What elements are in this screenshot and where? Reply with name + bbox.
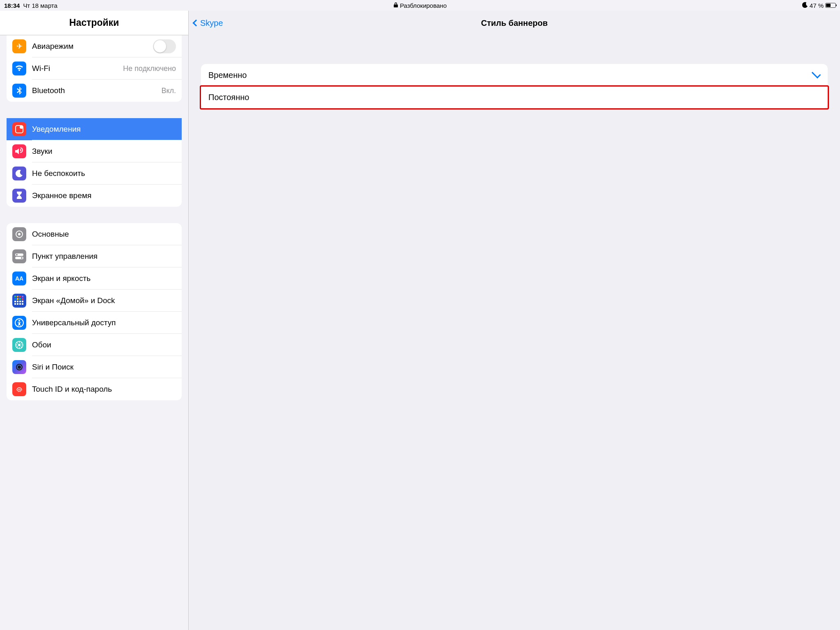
moon-icon [12, 167, 26, 180]
lock-icon [393, 2, 398, 9]
detail-navbar: Skype Стиль баннеров [189, 11, 521, 35]
notifications-icon [12, 122, 26, 136]
row-label: Экран «Домой» и Dock [32, 296, 176, 305]
row-label: Обои [32, 340, 176, 349]
wifi-icon [12, 62, 26, 75]
row-airplane[interactable]: ✈ Авиарежим [7, 35, 182, 57]
row-accessibility[interactable]: Универсальный доступ [7, 312, 182, 334]
row-dnd[interactable]: Не беспокоить [7, 162, 182, 185]
settings-group-general: Основные Пункт управления AA Экран и ярк… [7, 223, 182, 390]
row-label: Пункт управления [32, 252, 176, 261]
row-siri[interactable]: Siri и Поиск [7, 356, 182, 378]
hourglass-icon [12, 189, 26, 203]
status-lock-label: Разблокировано [400, 2, 447, 9]
settings-sidebar: Настройки ✈ Авиарежим Wi-Fi Не подключен… [0, 11, 189, 390]
airplane-icon: ✈ [12, 39, 26, 53]
accessibility-icon [12, 316, 26, 330]
row-label: Не беспокоить [32, 169, 176, 178]
svg-point-9 [18, 320, 20, 322]
detail-pane: Skype Стиль баннеров Временно Постоянно [189, 11, 521, 390]
toggles-icon [12, 249, 26, 263]
wallpaper-icon [12, 338, 26, 352]
chevron-left-icon [193, 20, 200, 27]
row-label: Экранное время [32, 191, 176, 200]
settings-group-notifications: Уведомления Звуки Не беспокоить Экранное… [7, 118, 182, 207]
option-label: Постоянно [208, 93, 521, 102]
row-screentime[interactable]: Экранное время [7, 185, 182, 207]
row-detail: Вкл. [161, 87, 176, 95]
row-label: Siri и Поиск [32, 363, 176, 372]
row-wifi[interactable]: Wi-Fi Не подключено [7, 57, 182, 80]
row-label: Wi-Fi [32, 64, 123, 73]
option-temporary[interactable]: Временно [201, 64, 521, 86]
row-controlcenter[interactable]: Пункт управления [7, 245, 182, 267]
row-label: Уведомления [32, 125, 176, 134]
row-touchid[interactable]: Touch ID и код-пароль [7, 378, 182, 390]
row-detail: Не подключено [123, 64, 176, 73]
sounds-icon [12, 144, 26, 158]
settings-group-connectivity: ✈ Авиарежим Wi-Fi Не подключено Bluetoot… [7, 35, 182, 102]
bluetooth-icon [12, 84, 26, 98]
banner-style-options: Временно Постоянно [201, 64, 521, 108]
row-label: Экран и яркость [32, 274, 176, 283]
svg-point-5 [16, 254, 18, 256]
detail-title: Стиль баннеров [481, 18, 521, 28]
row-label: Авиарежим [32, 42, 153, 51]
svg-point-1 [20, 126, 23, 129]
siri-icon [12, 360, 26, 374]
svg-point-3 [18, 233, 21, 235]
row-bluetooth[interactable]: Bluetooth Вкл. [7, 80, 182, 102]
back-button[interactable]: Skype [194, 18, 223, 28]
fingerprint-icon [12, 382, 26, 390]
row-sounds[interactable]: Звуки [7, 140, 182, 162]
row-label: Основные [32, 230, 176, 239]
back-label: Skype [200, 18, 223, 28]
status-date: Чт 18 марта [23, 2, 57, 9]
row-general[interactable]: Основные [7, 223, 182, 245]
svg-point-11 [18, 344, 21, 346]
home-grid-icon [12, 294, 26, 308]
gear-icon [12, 227, 26, 241]
row-label: Универсальный доступ [32, 318, 176, 327]
settings-title: Настройки [0, 11, 188, 35]
status-bar: 18:34 Чт 18 марта Разблокировано 47 % [0, 0, 521, 11]
option-label: Временно [208, 71, 521, 80]
option-persistent[interactable]: Постоянно [201, 86, 521, 108]
row-label: Звуки [32, 147, 176, 156]
row-wallpaper[interactable]: Обои [7, 334, 182, 356]
row-home[interactable]: Экран «Домой» и Dock [7, 290, 182, 312]
row-notifications[interactable]: Уведомления [7, 118, 182, 140]
airplane-toggle[interactable] [153, 39, 176, 53]
row-label: Bluetooth [32, 86, 161, 95]
row-label: Touch ID и код-пароль [32, 385, 176, 390]
text-size-icon: AA [12, 272, 26, 285]
svg-point-7 [21, 257, 23, 259]
row-display[interactable]: AA Экран и яркость [7, 267, 182, 290]
status-time: 18:34 [4, 2, 20, 9]
